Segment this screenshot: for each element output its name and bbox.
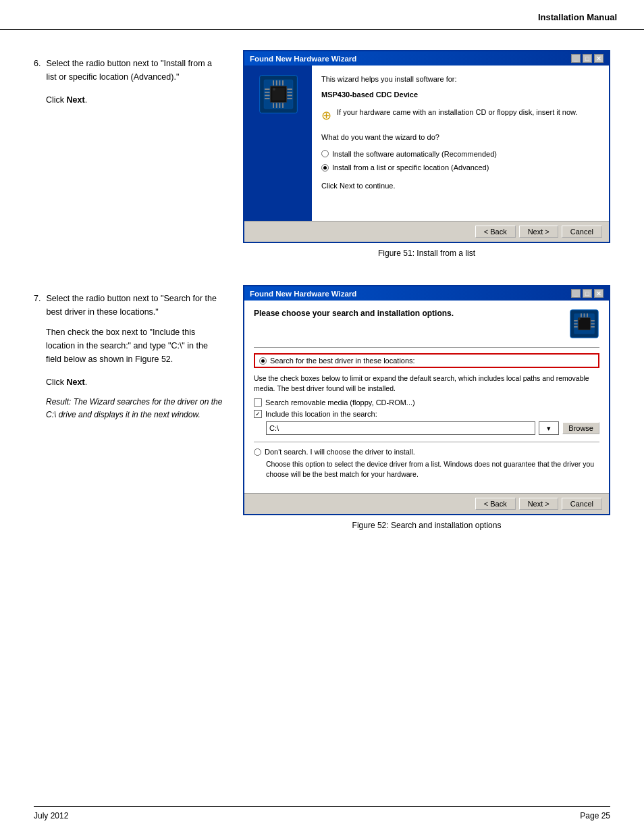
close-btn2[interactable]: ✕ — [594, 289, 603, 298]
wizard2-back-button[interactable]: < Back — [475, 498, 516, 510]
wizard2-container: Found New Hardware Wizard _ □ ✕ Please c… — [243, 285, 610, 530]
svg-rect-24 — [574, 320, 577, 321]
wizard1-body: This wizard helps you install software f… — [244, 66, 609, 221]
wizard1-click-next: Click Next to continue. — [321, 180, 599, 192]
svg-rect-9 — [287, 92, 292, 93]
wizard2-body: Please choose your search and installati… — [244, 301, 609, 493]
removable-checkbox[interactable] — [254, 398, 262, 407]
wizard1-next-button[interactable]: Next > — [519, 226, 558, 238]
radio-dont-search-icon — [254, 448, 261, 456]
svg-rect-30 — [581, 313, 582, 317]
wizard1-cd-text: If your hardware came with an installati… — [337, 107, 577, 118]
circuit-board-icon — [257, 72, 300, 116]
step6-click-end: . — [85, 95, 87, 105]
svg-rect-5 — [265, 92, 269, 93]
svg-point-20 — [273, 88, 275, 90]
dont-search-option[interactable]: Don't search. I will choose the driver t… — [254, 448, 599, 456]
removable-media-option[interactable]: Search removable media (floppy, CD-ROM..… — [254, 398, 599, 407]
wizard1-back-button[interactable]: < Back — [475, 226, 516, 238]
radio-auto-icon — [321, 150, 329, 157]
divider2 — [254, 442, 599, 442]
footer-right: Page 25 — [580, 811, 610, 820]
svg-rect-27 — [591, 320, 594, 321]
include-label: Include this location in the search: — [265, 410, 377, 418]
include-checkbox[interactable] — [254, 410, 262, 418]
wizard1-window: Found New Hardware Wizard _ □ ✕ — [243, 50, 610, 243]
step6-number: 6. — [34, 57, 41, 84]
step7-click-end: . — [85, 377, 87, 387]
radio-auto-label: Install the software automatically (Reco… — [332, 149, 497, 160]
include-location-option[interactable]: Include this location in the search: — [254, 410, 599, 418]
browse-button[interactable]: Browse — [562, 422, 599, 434]
wizard2-titlebar: Found New Hardware Wizard _ □ ✕ — [244, 286, 609, 301]
step7-number: 7. — [34, 292, 41, 319]
minimize-btn[interactable]: _ — [571, 54, 581, 63]
wizard2-header: Please choose your search and installati… — [254, 309, 599, 339]
svg-rect-8 — [287, 88, 292, 90]
close-btn[interactable]: ✕ — [594, 54, 603, 63]
wizard1-container: Found New Hardware Wizard _ □ ✕ — [243, 50, 610, 258]
wizard2-title: Found New Hardware Wizard — [250, 290, 356, 298]
svg-rect-16 — [273, 103, 274, 108]
expand-desc: Use the check boxes below to limit or ex… — [254, 373, 599, 393]
radio-list-icon — [321, 164, 329, 172]
dont-search-label: Don't search. I will choose the driver t… — [265, 448, 415, 456]
step6-click-label: Click — [46, 95, 67, 105]
svg-rect-28 — [591, 323, 594, 325]
minimize-btn2[interactable]: _ — [571, 289, 581, 298]
svg-rect-25 — [574, 323, 577, 325]
figure51-caption: Figure 51: Install from a list — [243, 249, 610, 258]
wizard1-right-panel: This wizard helps you install software f… — [312, 66, 609, 221]
svg-rect-6 — [265, 95, 269, 96]
step7-section: 7. Select the radio button next to "Sear… — [34, 285, 610, 530]
removable-label: Search removable media (floppy, CD-ROM..… — [265, 398, 415, 407]
wizard1-question: What do you want the wizard to do? — [321, 132, 599, 143]
svg-rect-11 — [287, 98, 292, 99]
page-header: Installation Manual — [0, 0, 644, 30]
footer-left: July 2012 — [34, 811, 68, 820]
wizard1-intro: This wizard helps you install software f… — [321, 74, 599, 85]
page-footer: July 2012 Page 25 — [34, 806, 610, 820]
maximize-btn2[interactable]: □ — [583, 289, 592, 298]
cd-icon: ⊕ — [321, 107, 331, 125]
dropdown-arrow[interactable]: ▾ — [539, 421, 559, 435]
location-input[interactable] — [266, 421, 535, 435]
svg-rect-19 — [282, 103, 284, 108]
radio-auto-install[interactable]: Install the software automatically (Reco… — [321, 149, 599, 160]
location-row: ▾ Browse — [266, 421, 599, 435]
header-title: Installation Manual — [538, 12, 617, 22]
wizard2-next-button[interactable]: Next > — [519, 498, 558, 510]
wizard2-titlebar-controls: _ □ ✕ — [571, 289, 603, 298]
wizard1-cancel-button[interactable]: Cancel — [562, 226, 602, 238]
wizard1-cd-prompt: ⊕ If your hardware came with an installa… — [321, 107, 599, 125]
svg-rect-14 — [279, 80, 280, 85]
svg-point-33 — [579, 318, 581, 320]
svg-rect-12 — [273, 80, 274, 85]
svg-rect-29 — [591, 326, 594, 328]
wizard2-footer: < Back Next > Cancel — [244, 493, 609, 514]
titlebar-controls: _ □ ✕ — [571, 54, 603, 63]
svg-rect-32 — [587, 313, 588, 317]
svg-rect-7 — [265, 98, 269, 99]
page-content: 6. Select the radio button next to "Inst… — [0, 30, 644, 577]
wizard2-cancel-button[interactable]: Cancel — [562, 498, 602, 510]
svg-rect-18 — [279, 103, 280, 108]
circuit-board-icon2 — [569, 309, 599, 339]
step7-result: Result: The Wizard searches for the driv… — [46, 396, 223, 421]
step6-section: 6. Select the radio button next to "Inst… — [34, 50, 610, 258]
search-best-option[interactable]: Search for the best driver in these loca… — [254, 353, 599, 368]
svg-rect-26 — [574, 326, 577, 328]
svg-rect-15 — [282, 80, 284, 85]
radio-list-install[interactable]: Install from a list or specific location… — [321, 162, 599, 174]
wizard1-footer: < Back Next > Cancel — [244, 221, 609, 242]
search-best-label: Search for the best driver in these loca… — [270, 357, 415, 365]
wizard1-left-panel — [244, 66, 312, 221]
wizard2-window: Found New Hardware Wizard _ □ ✕ Please c… — [243, 285, 610, 515]
choose-desc: Choose this option to select the device … — [266, 459, 599, 479]
maximize-btn[interactable]: □ — [583, 54, 592, 63]
wizard1-title: Found New Hardware Wizard — [250, 55, 356, 63]
step6-text: 6. Select the radio button next to "Inst… — [34, 50, 223, 258]
radio-list-label: Install from a list or specific location… — [332, 162, 489, 174]
step7-text: 7. Select the radio button next to "Sear… — [34, 285, 223, 530]
step7-para2: Then check the box next to "Include this… — [46, 328, 208, 364]
